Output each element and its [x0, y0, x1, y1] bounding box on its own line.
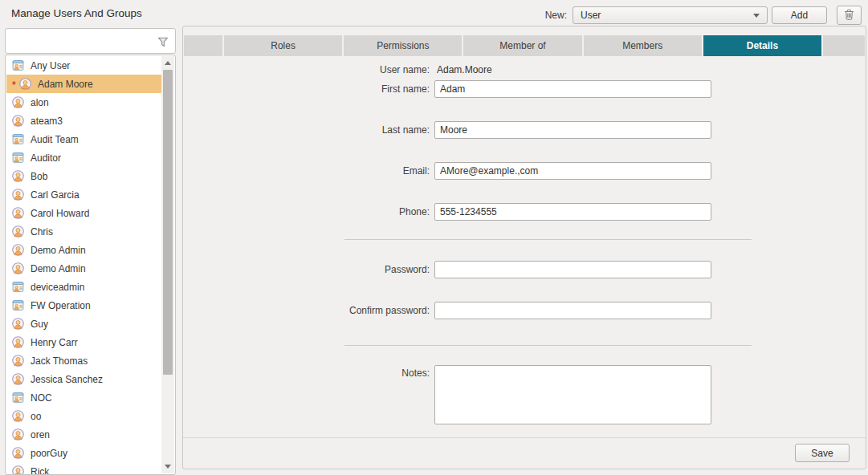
first-name-field[interactable]: [434, 80, 711, 98]
list-item[interactable]: * Jack Thomas: [6, 351, 161, 370]
list-item[interactable]: * Bob: [6, 167, 161, 185]
details-form: User name: Adam.Moore First name: Last n…: [183, 63, 866, 424]
list-item-label: deviceadmin: [31, 282, 84, 293]
group-icon: [12, 281, 24, 293]
tab-label: Details: [747, 40, 778, 51]
tab-member-of[interactable]: Member of: [463, 35, 581, 56]
list-item[interactable]: * Carol Howard: [6, 204, 161, 222]
list-item-label: Adam Moore: [38, 79, 93, 90]
chevron-down-icon: [753, 14, 760, 18]
password-label: Password:: [183, 264, 434, 275]
details-panel: Roles Permissions Member of Members Deta…: [182, 26, 866, 469]
user-icon: [12, 465, 24, 475]
group-icon: [12, 59, 24, 71]
user-icon: [12, 170, 24, 182]
user-icon: [12, 373, 24, 385]
add-button[interactable]: Add: [772, 6, 827, 24]
list-item-label: Auditor: [31, 152, 61, 164]
tab-label: Roles: [271, 40, 295, 51]
header-controls: New: User Add: [545, 6, 862, 25]
list-item[interactable]: * Carl Garcia: [6, 185, 161, 204]
page-title: Manage Users And Groups: [11, 7, 142, 19]
list-item[interactable]: * alon: [6, 93, 161, 112]
list-item-label: ateam3: [31, 116, 63, 127]
list-item[interactable]: * Chris: [6, 222, 161, 241]
user-icon: [12, 96, 24, 108]
filter-box: [5, 28, 176, 54]
list-item[interactable]: * Demo Admin: [6, 259, 161, 278]
tab-permissions[interactable]: Permissions: [344, 35, 462, 56]
phone-field[interactable]: [434, 203, 711, 221]
scroll-up-icon[interactable]: [165, 61, 171, 65]
list-item-label: Carol Howard: [31, 208, 89, 219]
save-button[interactable]: Save: [795, 444, 850, 462]
user-name-label: User name:: [183, 64, 434, 75]
user-icon: [12, 225, 24, 238]
user-icon: [12, 355, 24, 367]
user-icon: [12, 262, 24, 274]
last-name-field[interactable]: [434, 121, 711, 139]
list-item[interactable]: * Adam Moore: [6, 75, 161, 93]
list-item-label: Demo Admin: [31, 245, 86, 256]
new-type-select[interactable]: User: [573, 6, 768, 24]
user-list-panel: * Any User *: [5, 55, 176, 475]
sidebar: * Any User *: [5, 28, 176, 475]
list-item-label: Audit Team: [31, 134, 79, 145]
group-icon: [12, 299, 24, 311]
list-item-label: Chris: [31, 226, 53, 238]
tab-details[interactable]: Details: [703, 35, 821, 56]
list-item-label: Rick: [31, 466, 49, 475]
user-icon: [12, 447, 24, 459]
tab-label: Members: [622, 40, 662, 51]
confirm-password-label: Confirm password:: [183, 305, 434, 316]
list-item-label: Jack Thomas: [31, 355, 88, 367]
list-item[interactable]: * ateam3: [6, 112, 161, 130]
group-icon: [12, 152, 24, 164]
list-item[interactable]: * NOC: [6, 388, 161, 407]
filter-input[interactable]: [6, 29, 175, 53]
list-item[interactable]: * Auditor: [6, 148, 161, 167]
user-icon: [12, 428, 24, 440]
tab-label: Member of: [499, 40, 545, 51]
list-scrollbar[interactable]: [161, 56, 174, 473]
list-item[interactable]: * Audit Team: [6, 130, 161, 148]
list-item[interactable]: * Rick: [6, 462, 161, 475]
group-icon: [12, 392, 24, 404]
tab-roles[interactable]: Roles: [224, 35, 342, 56]
list-item[interactable]: * poorGuy: [6, 444, 161, 462]
user-icon: [12, 115, 24, 127]
list-item[interactable]: * Any User: [6, 56, 161, 75]
user-icon: [12, 244, 24, 256]
list-item[interactable]: * oo: [6, 407, 161, 425]
list-item-label: Any User: [31, 60, 70, 71]
user-icon: [12, 207, 24, 219]
footer-divider: [183, 437, 866, 438]
notes-label: Notes:: [183, 367, 434, 379]
email-field[interactable]: [434, 162, 711, 180]
filter-funnel-icon: [157, 36, 169, 51]
phone-label: Phone:: [183, 206, 434, 217]
first-name-label: First name:: [183, 83, 434, 95]
list-item[interactable]: * FW Operation: [6, 296, 161, 315]
list-item-label: Carl Garcia: [31, 189, 79, 201]
delete-button[interactable]: [837, 6, 862, 25]
tab-members[interactable]: Members: [584, 35, 702, 56]
list-item[interactable]: * oren: [6, 425, 161, 444]
tab-label: Permissions: [377, 40, 429, 51]
scroll-down-icon[interactable]: [165, 465, 171, 469]
list-item-label: alon: [31, 97, 49, 108]
scrollbar-thumb[interactable]: [163, 70, 173, 375]
list-item[interactable]: * Demo Admin: [6, 241, 161, 259]
list-item-label: Henry Carr: [31, 337, 78, 348]
list-item[interactable]: * Guy: [6, 315, 161, 333]
new-label: New:: [545, 10, 567, 21]
list-item[interactable]: * Henry Carr: [6, 333, 161, 351]
last-name-label: Last name:: [183, 124, 434, 136]
list-item[interactable]: * Jessica Sanchez: [6, 370, 161, 388]
confirm-password-field[interactable]: [434, 302, 711, 319]
list-item-label: oren: [31, 429, 50, 440]
notes-field[interactable]: [434, 365, 711, 424]
user-icon: [12, 318, 24, 330]
list-item[interactable]: * deviceadmin: [6, 278, 161, 296]
password-field[interactable]: [434, 261, 711, 278]
